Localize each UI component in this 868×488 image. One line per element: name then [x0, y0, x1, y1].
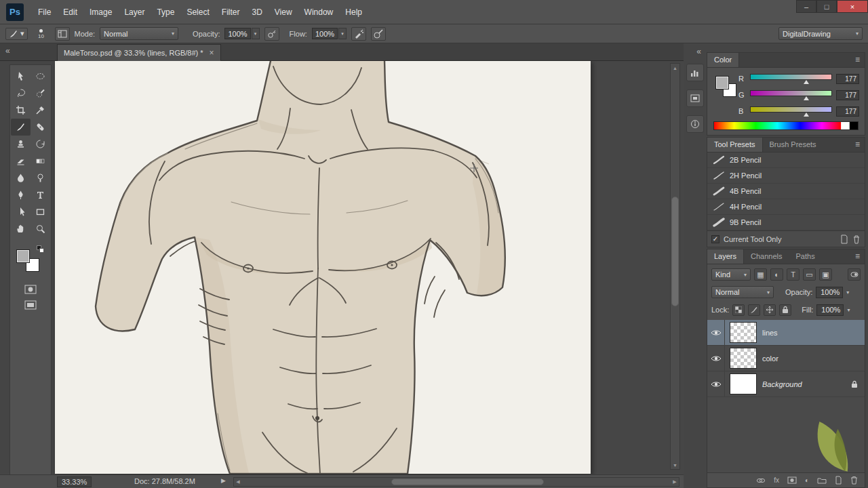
- canvas-area[interactable]: ▲ ▼: [52, 61, 684, 474]
- red-slider[interactable]: [750, 73, 832, 84]
- layer-blend-mode-select[interactable]: Normal ▾: [711, 286, 774, 298]
- layer-name[interactable]: color: [762, 354, 778, 363]
- tool-type[interactable]: [31, 186, 50, 203]
- preset-row[interactable]: 4B Pencil: [707, 184, 865, 199]
- layer-style-icon[interactable]: fx: [774, 476, 779, 484]
- layer-name[interactable]: lines: [762, 329, 778, 337]
- tool-quick-selection[interactable]: [31, 85, 50, 102]
- tab-layers[interactable]: Layers: [707, 249, 744, 264]
- red-value-field[interactable]: 177: [836, 74, 859, 84]
- layer-thumbnail[interactable]: [730, 348, 757, 369]
- tab-color[interactable]: Color: [707, 53, 739, 67]
- horizontal-scrollbar-thumb[interactable]: [391, 479, 544, 485]
- layer-thumbnail[interactable]: [730, 373, 757, 394]
- layer-row-lines[interactable]: lines: [707, 320, 865, 346]
- tool-path-selection[interactable]: [11, 203, 31, 220]
- new-group-icon[interactable]: [817, 476, 827, 484]
- flow-dropdown-button[interactable]: ▾: [338, 28, 347, 39]
- new-preset-icon[interactable]: [840, 235, 848, 244]
- collapse-toolbar-icon[interactable]: «: [5, 46, 10, 56]
- lock-pixels-button[interactable]: [748, 304, 760, 316]
- menu-window[interactable]: Window: [298, 0, 340, 24]
- screen-mode-button[interactable]: [24, 300, 37, 310]
- vertical-scrollbar-thumb[interactable]: [671, 197, 679, 306]
- histogram-panel-button[interactable]: [686, 64, 704, 81]
- tool-preset-picker[interactable]: ▾: [5, 28, 28, 40]
- tab-tool-presets[interactable]: Tool Presets: [707, 138, 763, 152]
- pressure-size-button[interactable]: [371, 27, 386, 41]
- tool-history-brush[interactable]: [31, 136, 50, 152]
- expand-panels-icon[interactable]: «: [696, 47, 701, 56]
- layer-opacity-field[interactable]: 100%: [816, 287, 843, 298]
- tool-move[interactable]: [11, 68, 31, 85]
- tool-brush[interactable]: [11, 119, 31, 136]
- green-slider-handle[interactable]: [804, 96, 809, 100]
- scroll-left-icon[interactable]: ◀: [234, 478, 242, 486]
- foreground-color-swatch[interactable]: [16, 249, 30, 263]
- tab-paths[interactable]: Paths: [789, 249, 822, 264]
- tool-crop[interactable]: [11, 102, 31, 119]
- lock-position-button[interactable]: [764, 304, 776, 316]
- scroll-up-icon[interactable]: ▲: [671, 64, 679, 72]
- zoom-level-field[interactable]: 33.33%: [57, 476, 92, 487]
- chevron-down-icon[interactable]: ▾: [846, 289, 849, 296]
- horizontal-scrollbar[interactable]: ◀ ▶: [233, 477, 679, 487]
- lock-all-button[interactable]: [779, 304, 791, 316]
- preset-row[interactable]: 2B Pencil: [707, 152, 865, 168]
- menu-3d[interactable]: 3D: [245, 0, 268, 24]
- green-slider-track[interactable]: [750, 90, 832, 96]
- menu-file[interactable]: File: [32, 0, 57, 24]
- tool-gradient[interactable]: [31, 152, 50, 169]
- filter-adjustment-button[interactable]: ◐: [770, 268, 783, 281]
- tool-lasso[interactable]: [11, 85, 31, 102]
- maximize-button[interactable]: □: [816, 0, 837, 13]
- layer-name[interactable]: Background: [762, 380, 802, 388]
- close-button[interactable]: ×: [837, 0, 868, 13]
- filter-toggle-switch[interactable]: [848, 268, 861, 281]
- tool-pen[interactable]: [11, 186, 31, 203]
- delete-layer-icon[interactable]: [850, 476, 858, 485]
- menu-view[interactable]: View: [269, 0, 298, 24]
- blue-slider-handle[interactable]: [804, 113, 809, 117]
- preset-row[interactable]: 4H Pencil: [707, 199, 865, 215]
- layer-fill-field[interactable]: 100%: [816, 304, 844, 316]
- document-tab[interactable]: MaleTorso.psd @ 33.3% (lines, RGB/8#) * …: [57, 44, 221, 61]
- filter-shape-button[interactable]: ▭: [803, 268, 816, 281]
- tool-elliptical-marquee[interactable]: [31, 68, 50, 85]
- red-slider-track[interactable]: [750, 74, 832, 80]
- tool-eraser[interactable]: [11, 152, 31, 169]
- tab-brush-presets[interactable]: Brush Presets: [763, 138, 823, 152]
- opacity-field[interactable]: 100%: [224, 28, 250, 39]
- pressure-opacity-button[interactable]: [264, 27, 279, 41]
- kind-filter-select[interactable]: Kind ▾: [711, 268, 751, 281]
- scroll-right-icon[interactable]: ▶: [671, 478, 679, 486]
- current-tool-only-checkbox[interactable]: ✓: [711, 235, 719, 243]
- chevron-down-icon[interactable]: ▾: [847, 307, 850, 313]
- visibility-toggle[interactable]: [707, 371, 725, 396]
- preset-row[interactable]: 9B Pencil: [707, 215, 865, 230]
- document-canvas[interactable]: [55, 61, 591, 474]
- opacity-dropdown-button[interactable]: ▾: [252, 28, 260, 39]
- green-slider[interactable]: [750, 89, 832, 100]
- scroll-down-icon[interactable]: ▼: [671, 461, 679, 469]
- brush-size-picker[interactable]: 10: [33, 28, 50, 39]
- green-value-field[interactable]: 177: [836, 90, 859, 100]
- foreground-color-swatch[interactable]: [715, 76, 729, 89]
- vertical-scrollbar[interactable]: ▲ ▼: [670, 63, 680, 470]
- airbrush-button[interactable]: [351, 27, 366, 41]
- blue-slider-track[interactable]: [750, 106, 832, 113]
- adjustment-layer-icon[interactable]: ◐: [805, 476, 809, 484]
- blue-slider[interactable]: [750, 106, 832, 117]
- panel-menu-icon[interactable]: ≡: [850, 249, 865, 264]
- delete-preset-icon[interactable]: [852, 235, 861, 244]
- visibility-toggle[interactable]: [707, 346, 725, 371]
- layer-thumbnail[interactable]: [730, 322, 757, 343]
- blend-mode-select[interactable]: Normal ▾: [100, 27, 178, 40]
- filter-type-button[interactable]: T: [787, 268, 800, 281]
- link-layers-icon[interactable]: [756, 477, 766, 484]
- layer-row-background[interactable]: Background: [707, 371, 865, 397]
- layer-mask-icon[interactable]: [787, 476, 797, 484]
- info-panel-button[interactable]: [686, 115, 704, 133]
- menu-filter[interactable]: Filter: [216, 0, 246, 24]
- flow-field[interactable]: 100%: [312, 28, 338, 39]
